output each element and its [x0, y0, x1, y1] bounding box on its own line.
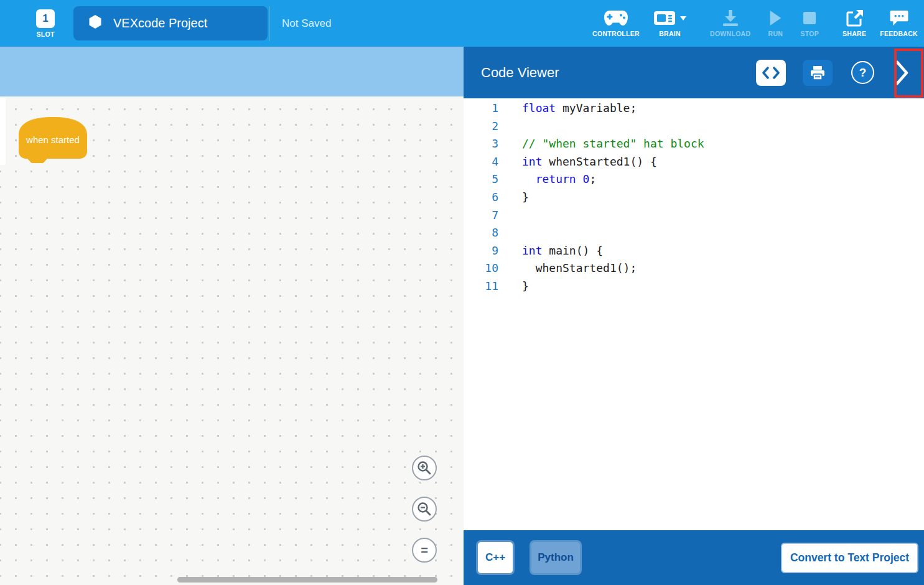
code-line: 5 return 0;: [464, 171, 924, 189]
question-mark-icon: ?: [859, 66, 867, 80]
slot-button[interactable]: 1 SLOT: [36, 9, 55, 38]
line-number: 4: [464, 153, 498, 171]
download-icon: [721, 9, 740, 27]
topbar-divider: [269, 6, 269, 41]
share-icon: [845, 9, 864, 27]
code-text: float myVariable;: [498, 100, 637, 118]
code-viewer-header: Code Viewer ?: [464, 47, 924, 98]
line-number: 7: [464, 207, 498, 225]
controller-button[interactable]: CONTROLLER: [592, 9, 640, 37]
block-label: when started: [17, 134, 89, 145]
code-brackets-icon: [762, 67, 780, 79]
code-line: 1float myVariable;: [464, 100, 924, 118]
palette-edge: [0, 98, 6, 165]
zoom-out-icon: [416, 501, 432, 517]
line-number: 10: [464, 260, 498, 278]
code-text: whenStarted1();: [498, 260, 637, 278]
run-icon: [768, 9, 783, 27]
code-line: 8: [464, 224, 924, 242]
workspace-area: when started: [0, 47, 464, 585]
chevron-right-icon: [895, 60, 909, 85]
topbar-actions: CONTROLLER BRAIN: [579, 9, 924, 37]
code-text: }: [498, 278, 529, 296]
code-text: [498, 224, 522, 242]
zoom-reset-button[interactable]: =: [412, 538, 437, 563]
collapse-panel-button[interactable]: [888, 51, 917, 95]
code-line: 9int main() {: [464, 242, 924, 260]
share-button[interactable]: SHARE: [842, 9, 866, 37]
zoom-out-button[interactable]: [412, 497, 437, 522]
stop-icon: [802, 9, 817, 27]
share-label: SHARE: [842, 30, 866, 37]
code-viewer-panel: Code Viewer ?: [464, 47, 924, 585]
brain-label: BRAIN: [659, 30, 681, 37]
code-line: 6}: [464, 189, 924, 207]
python-tab-label: Python: [538, 551, 574, 564]
code-text: return 0;: [498, 171, 596, 189]
code-viewer-footer: C++ Python Convert to Text Project: [464, 530, 924, 585]
line-number: 3: [464, 135, 498, 153]
code-viewer-title: Code Viewer: [481, 65, 559, 81]
code-text: }: [498, 189, 529, 207]
download-button: DOWNLOAD: [710, 9, 750, 37]
line-number: 1: [464, 100, 498, 118]
project-name-button[interactable]: VEXcode Project: [73, 6, 268, 40]
save-status: Not Saved: [282, 17, 331, 30]
code-view-toggle-button[interactable]: [756, 60, 786, 86]
line-number: 11: [464, 278, 498, 296]
code-text: [498, 118, 522, 136]
slot-number: 1: [42, 12, 48, 25]
brain-button[interactable]: BRAIN: [653, 9, 686, 37]
code-line: 11}: [464, 278, 924, 296]
code-line: 10 whenStarted1();: [464, 260, 924, 278]
line-number: 8: [464, 224, 498, 242]
line-number: 6: [464, 189, 498, 207]
code-line: 7: [464, 207, 924, 225]
slot-icon: 1: [36, 9, 55, 28]
chevron-down-icon: [680, 16, 686, 21]
feedback-icon: [889, 9, 909, 27]
line-number: 5: [464, 171, 498, 189]
block-canvas[interactable]: when started: [0, 96, 464, 585]
line-number: 9: [464, 242, 498, 260]
stop-button: STOP: [800, 9, 819, 37]
zoom-controls: =: [412, 456, 437, 563]
vexcode-app: 1 SLOT VEXcode Project Not Saved: [0, 0, 924, 585]
download-label: DOWNLOAD: [710, 30, 750, 37]
python-tab[interactable]: Python: [531, 542, 580, 573]
code-text: // "when started" hat block: [498, 135, 704, 153]
code-text: [498, 207, 522, 225]
zoom-in-icon: [416, 460, 432, 476]
slot-label: SLOT: [36, 30, 54, 38]
print-button[interactable]: [803, 60, 833, 86]
feedback-button[interactable]: FEEDBACK: [880, 9, 918, 37]
zoom-reset-icon: =: [421, 543, 428, 558]
project-name: VEXcode Project: [113, 16, 207, 30]
feedback-label: FEEDBACK: [880, 30, 918, 37]
zoom-in-button[interactable]: [412, 456, 437, 480]
cpp-tab[interactable]: C++: [478, 542, 513, 573]
code-line: 2: [464, 118, 924, 136]
code-line: 4int whenStarted1() {: [464, 153, 924, 171]
code-line: 3// "when started" hat block: [464, 135, 924, 153]
code-text: int whenStarted1() {: [498, 153, 657, 171]
horizontal-scrollbar[interactable]: [177, 577, 437, 583]
top-bar: 1 SLOT VEXcode Project Not Saved: [0, 0, 924, 47]
help-button[interactable]: ?: [851, 61, 874, 84]
brain-icon: [653, 9, 686, 27]
controller-icon: [604, 9, 628, 27]
printer-icon: [810, 65, 826, 80]
when-started-block[interactable]: when started: [17, 115, 89, 165]
line-number: 2: [464, 118, 498, 136]
stop-label: STOP: [800, 30, 819, 37]
convert-to-text-button[interactable]: Convert to Text Project: [781, 543, 918, 573]
convert-button-label: Convert to Text Project: [790, 551, 909, 564]
workspace-toolbar: [0, 47, 464, 96]
code-text: int main() {: [498, 242, 603, 260]
code-viewer-actions: ?: [756, 51, 917, 95]
run-label: RUN: [768, 30, 783, 37]
controller-label: CONTROLLER: [592, 30, 640, 37]
code-lines: 1float myVariable;23// "when started" ha…: [464, 98, 924, 530]
run-button: RUN: [768, 9, 783, 37]
cpp-tab-label: C++: [485, 551, 505, 564]
